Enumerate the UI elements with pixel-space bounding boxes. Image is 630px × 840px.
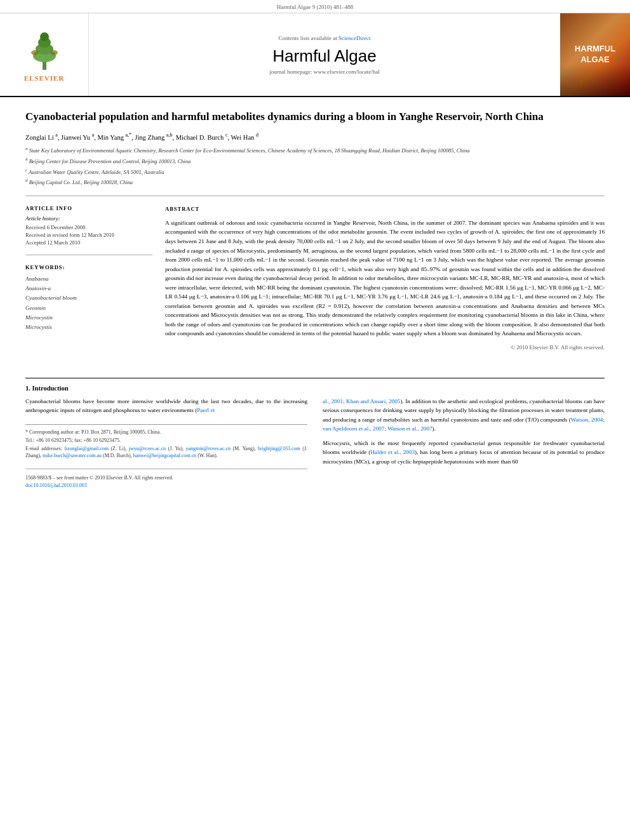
sciencedirect-info: Contents lists available at ScienceDirec…	[279, 35, 371, 41]
halder-ref[interactable]: Halder et al., 2003	[370, 449, 415, 455]
copyright-notice: © 2010 Elsevier B.V. All rights reserved…	[165, 343, 605, 352]
accepted-date: Accepted 12 March 2010	[25, 239, 152, 246]
doi-text: doi:10.1016/j.hal.2010.03.003	[25, 482, 307, 490]
watson-ref[interactable]: Watson, 2004; van Apeldoorn et al., 2007…	[323, 417, 605, 432]
doi-link[interactable]: doi:10.1016/j.hal.2010.03.003	[25, 483, 87, 488]
intro-two-col: Cyanobacterial blooms have become more i…	[25, 397, 605, 490]
received-revised-date: Received in revised form 12 March 2010	[25, 232, 152, 238]
paerl-ref[interactable]: Paerl et	[197, 407, 215, 413]
article-info-column: ARTICLE INFO Article history: Received 6…	[25, 205, 152, 352]
article-info: ARTICLE INFO Article history: Received 6…	[25, 205, 152, 246]
badge-overlay	[560, 64, 630, 96]
intro-right-para1: al., 2001; Khan and Ansari, 2005). In ad…	[323, 397, 605, 434]
body-content: 1. Introduction Cyanobacterial blooms ha…	[0, 365, 630, 503]
divider	[25, 196, 605, 196]
authors: Zonglai Li a, Jianwei Yu a, Min Yang a,*…	[25, 132, 605, 141]
abstract-column: ABSTRACT A significant outbreak of odoro…	[165, 205, 605, 352]
svg-point-4	[40, 32, 49, 41]
harmful-algae-badge: HARMFUL ALGAE	[560, 13, 630, 96]
body-divider	[25, 378, 605, 378]
intro-right-col: al., 2001; Khan and Ansari, 2005). In ad…	[323, 397, 605, 490]
intro-right-para2: Microcystis, which is the most frequentl…	[323, 439, 605, 467]
elsevier-brand-text: ELSEVIER	[24, 74, 65, 82]
elsevier-tree-icon	[25, 27, 64, 72]
keywords-list: Anabaena Anatoxin-a Cyanobacterial bloom…	[25, 274, 152, 333]
intro-left-para: Cyanobacterial blooms have become more i…	[25, 397, 307, 415]
article-title: Cyanobacterial population and harmful me…	[25, 110, 605, 124]
keywords-label: Keywords:	[25, 264, 152, 270]
al2001-ref[interactable]: al., 2001; Khan and Ansari, 2005	[323, 398, 400, 404]
article-content: Cyanobacterial population and harmful me…	[0, 97, 630, 365]
badge-text: HARMFUL ALGAE	[575, 44, 615, 65]
footnote-3: E-mail addresses: lizonglai@gmail.com (Z…	[25, 445, 307, 459]
history-label: Article history:	[25, 215, 152, 222]
journal-header: ELSEVIER Contents lists available at Sci…	[0, 13, 630, 97]
info-divider	[25, 255, 152, 255]
footnote-1: * Corresponding author at: P.O. Box 2871…	[25, 429, 307, 436]
journal-title: Harmful Algae	[272, 46, 376, 66]
elsevier-logo: ELSEVIER	[0, 13, 89, 96]
info-abstract-section: ARTICLE INFO Article history: Received 6…	[25, 205, 605, 352]
footnote-2: Tel.: +86 10 62923475; fax: +86 10 62923…	[25, 437, 307, 444]
received-date: Received 6 December 2008	[25, 224, 152, 230]
keywords-section: Keywords: Anabaena Anatoxin-a Cyanobacte…	[25, 264, 152, 333]
journal-homepage: journal homepage: www.elsevier.com/locat…	[269, 69, 379, 75]
abstract-label: ABSTRACT	[165, 205, 605, 213]
issn-text: 1568-9883/$ – see front matter © 2010 El…	[25, 474, 307, 483]
svg-point-5	[31, 50, 39, 55]
journal-center: Contents lists available at ScienceDirec…	[89, 13, 560, 96]
journal-citation: Harmful Algae 9 (2010) 481–488	[0, 0, 630, 13]
doi-section: 1568-9883/$ – see front matter © 2010 El…	[25, 469, 307, 490]
intro-heading: 1. Introduction	[25, 385, 605, 392]
affiliations: a State Key Laboratory of Environmental …	[25, 145, 605, 186]
abstract-text: A significant outbreak of odorous and to…	[165, 218, 605, 338]
svg-point-6	[50, 50, 58, 55]
sciencedirect-link[interactable]: ScienceDirect	[338, 35, 370, 41]
article-info-label: ARTICLE INFO	[25, 205, 152, 211]
footnotes: * Corresponding author at: P.O. Box 2871…	[25, 424, 307, 460]
intro-left-col: Cyanobacterial blooms have become more i…	[25, 397, 307, 490]
citation-text: Harmful Algae 9 (2010) 481–488	[277, 4, 353, 10]
